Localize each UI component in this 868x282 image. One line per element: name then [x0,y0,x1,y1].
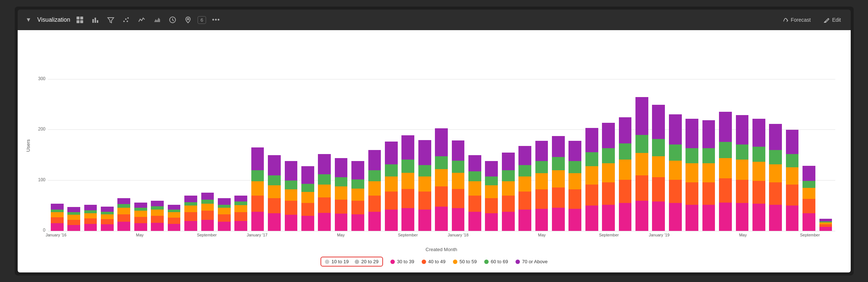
table-icon-btn[interactable] [74,14,86,26]
bar-segment [418,192,431,210]
bar-stack[interactable] [318,154,331,231]
bar-segment [301,203,314,215]
bar-stack[interactable] [151,201,164,231]
bar-stack[interactable] [368,150,381,231]
bar-segment [585,185,598,206]
bar-segment [769,124,782,150]
bar-stack[interactable] [485,161,498,231]
toolbar-right: Forecast Edit [779,15,845,25]
bar-group [600,39,616,231]
legend-item[interactable]: 50 to 59 [453,259,477,264]
clock-icon-btn[interactable] [167,14,178,26]
bar-stack[interactable] [51,204,64,231]
bar-segment [234,212,247,221]
bar-stack[interactable] [101,207,114,231]
bar-segment [301,166,314,184]
bar-stack[interactable] [786,130,799,231]
bar-stack[interactable] [385,142,398,231]
bar-stack[interactable] [585,128,598,231]
bar-stack[interactable] [736,115,749,231]
bar-segment [151,210,164,215]
filter-icon-btn[interactable] [105,14,117,26]
bar-stack[interactable] [468,155,481,231]
legend-item[interactable]: 20 to 29 [355,259,379,264]
legend: 10 to 1920 to 2930 to 3940 to 4950 to 59… [29,257,839,267]
bar-stack[interactable] [218,198,231,231]
map-icon-btn[interactable] [182,14,194,26]
bar-stack[interactable] [635,97,648,231]
number-badge-btn[interactable]: 6 [198,16,206,24]
bar-stack[interactable] [234,196,247,231]
bar-stack[interactable] [502,153,515,231]
bar-stack[interactable] [201,193,214,231]
svg-rect-6 [97,20,98,23]
legend-item[interactable]: 40 to 49 [422,259,446,264]
collapse-button[interactable]: ▼ [24,14,34,25]
legend-item[interactable]: 60 to 69 [484,259,508,264]
bar-segment [151,206,164,210]
bar-stack[interactable] [401,135,414,231]
bar-segment [719,203,732,231]
bar-stack[interactable] [435,128,448,231]
x-tick-label: January '18 [448,233,469,237]
bar-segment [502,181,515,195]
bar-segment [452,161,465,173]
forecast-button[interactable]: Forecast [779,15,814,25]
bar-stack[interactable] [335,158,348,231]
bar-segment [736,115,749,144]
filter-icon [107,16,114,24]
bar-segment [702,205,715,231]
x-tick-label: September [800,233,820,237]
bar-stack[interactable] [535,141,548,231]
bar-segment [552,157,565,170]
bar-stack[interactable] [168,205,181,231]
bar-stack[interactable] [134,203,147,231]
bar-stack[interactable] [803,166,815,231]
bar-stack[interactable] [285,161,298,231]
bar-segment [401,208,414,231]
bar-stack[interactable] [769,124,782,231]
bar-stack[interactable] [301,166,314,231]
svg-point-7 [123,21,125,22]
bar-stack[interactable] [418,140,431,231]
legend-item[interactable]: 10 to 19 [325,259,349,264]
chart-plot: 0100200300 [48,39,835,231]
scatter-icon-btn[interactable] [120,14,132,26]
bar-stack[interactable] [518,146,531,231]
bar-stack[interactable] [719,112,732,231]
bar-stack[interactable] [602,123,615,231]
bar-segment [568,161,581,173]
bar-segment [685,148,698,163]
edit-button[interactable]: Edit [820,15,844,25]
bar-stack[interactable] [351,161,364,231]
legend-item[interactable]: 30 to 39 [390,259,414,264]
bar-segment [234,205,247,212]
bar-stack[interactable] [619,117,632,231]
y-tick-label: 300 [32,76,46,81]
bar-stack[interactable] [669,114,682,231]
bar-segment [268,185,281,198]
bar-segment [368,150,381,170]
bar-stack[interactable] [652,105,665,231]
bar-stack[interactable] [452,140,465,231]
bar-stack[interactable] [268,155,281,231]
bar-segment [218,205,231,208]
bar-stack[interactable] [67,207,80,231]
bar-stack[interactable] [251,147,264,231]
bar-stack[interactable] [702,120,715,231]
bar-stack[interactable] [117,198,130,231]
area-icon-btn[interactable] [151,14,163,26]
line-icon-btn[interactable] [136,14,148,26]
bar-stack[interactable] [819,219,832,231]
bar-stack[interactable] [84,205,97,231]
bar-stack[interactable] [685,119,698,231]
bar-stack[interactable] [568,141,581,231]
bar-chart-icon-btn[interactable] [89,14,101,26]
legend-item[interactable]: 70 or Above [516,259,548,264]
bar-stack[interactable] [552,136,565,231]
bar-segment [669,180,682,203]
bar-segment [552,170,565,188]
bar-stack[interactable] [752,119,765,231]
bar-stack[interactable] [184,196,197,231]
more-options-btn[interactable]: ••• [210,14,222,26]
